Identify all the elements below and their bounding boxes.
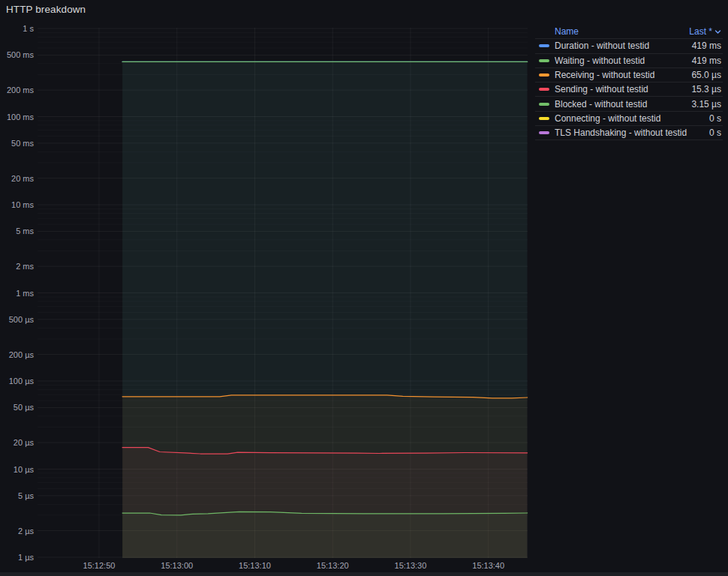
series-color-swatch[interactable] — [539, 74, 549, 76]
legend-last-header-label: Last * — [689, 26, 712, 37]
x-axis-tick-label: 15:12:50 — [69, 561, 129, 570]
legend-series-value: 419 ms — [692, 40, 721, 51]
legend-row: TLS Handshaking - without testid0 s — [535, 126, 723, 140]
legend-row: Duration - without testid419 ms — [535, 39, 723, 53]
legend-series-value: 0 s — [709, 113, 721, 124]
y-axis-tick-label: 100 µs — [0, 376, 34, 386]
legend-name-header[interactable]: Name — [555, 26, 689, 37]
y-axis-tick-label: 5 µs — [0, 491, 34, 500]
legend-series-label[interactable]: Receiving - without testid — [555, 70, 691, 80]
y-axis-tick-label: 10 ms — [0, 200, 34, 209]
x-axis-tick-label: 15:13:40 — [459, 561, 519, 570]
x-axis-tick-label: 15:13:00 — [147, 561, 207, 570]
legend-last-header[interactable]: Last * — [689, 26, 721, 37]
y-axis-tick-label: 2 ms — [0, 262, 34, 271]
series-color-swatch[interactable] — [539, 103, 549, 106]
x-axis-tick-label: 15:13:10 — [224, 561, 284, 570]
legend-series-value: 3.15 µs — [691, 99, 721, 110]
legend-series-value: 15.3 µs — [691, 84, 721, 94]
legend-header-row: Name Last * — [535, 25, 723, 39]
series-color-swatch[interactable] — [539, 59, 549, 62]
y-axis-tick-label: 50 µs — [0, 403, 34, 412]
legend-table: Name Last * Duration - without testid419… — [535, 25, 723, 140]
y-axis-tick-label: 20 µs — [0, 438, 34, 447]
series-color-swatch[interactable] — [539, 131, 549, 134]
grafana-panel: HTTP breakdown 1 s500 ms200 ms100 ms50 m… — [0, 0, 728, 576]
legend-row: Blocked - without testid3.15 µs — [535, 97, 723, 111]
legend-row: Sending - without testid15.3 µs — [535, 82, 723, 97]
y-axis-tick-label: 2 µs — [0, 526, 34, 536]
legend-series-label[interactable]: Waiting - without testid — [555, 56, 692, 66]
legend-series-value: 0 s — [709, 128, 721, 138]
y-axis-tick-label: 1 ms — [0, 289, 34, 298]
legend-series-label[interactable]: Duration - without testid — [555, 40, 692, 51]
legend-row: Receiving - without testid65.0 µs — [535, 68, 723, 82]
y-axis-tick-label: 10 µs — [0, 465, 34, 474]
series-color-swatch[interactable] — [539, 117, 549, 120]
next-panel-edge — [0, 572, 728, 576]
x-axis-tick-label: 15:13:30 — [381, 561, 441, 570]
y-axis-tick-label: 20 ms — [0, 174, 34, 183]
y-axis-tick-label: 1 µs — [0, 553, 34, 562]
series-color-swatch[interactable] — [539, 88, 549, 91]
y-axis-tick-label: 5 ms — [0, 226, 34, 236]
y-axis-tick-label: 200 µs — [0, 350, 34, 359]
legend-series-label[interactable]: Sending - without testid — [555, 84, 691, 94]
x-axis-tick-label: 15:13:20 — [302, 561, 362, 570]
y-axis-tick-label: 500 µs — [0, 315, 34, 324]
y-axis-tick-label: 100 ms — [0, 112, 34, 122]
legend-series-label[interactable]: Connecting - without testid — [555, 113, 709, 124]
legend-row: Connecting - without testid0 s — [535, 112, 723, 126]
y-axis-tick-label: 500 ms — [0, 50, 34, 59]
chevron-down-icon — [714, 28, 721, 35]
legend-series-label[interactable]: TLS Handshaking - without testid — [555, 128, 709, 138]
legend-row: Waiting - without testid419 ms — [535, 54, 723, 68]
y-axis-tick-label: 200 ms — [0, 86, 34, 94]
y-axis-tick-label: 50 ms — [0, 139, 34, 148]
legend-series-value: 419 ms — [692, 56, 721, 66]
legend-series-label[interactable]: Blocked - without testid — [555, 99, 691, 110]
legend-series-value: 65.0 µs — [691, 70, 721, 80]
y-axis-tick-label: 1 s — [0, 24, 34, 33]
series-color-swatch[interactable] — [539, 44, 549, 47]
